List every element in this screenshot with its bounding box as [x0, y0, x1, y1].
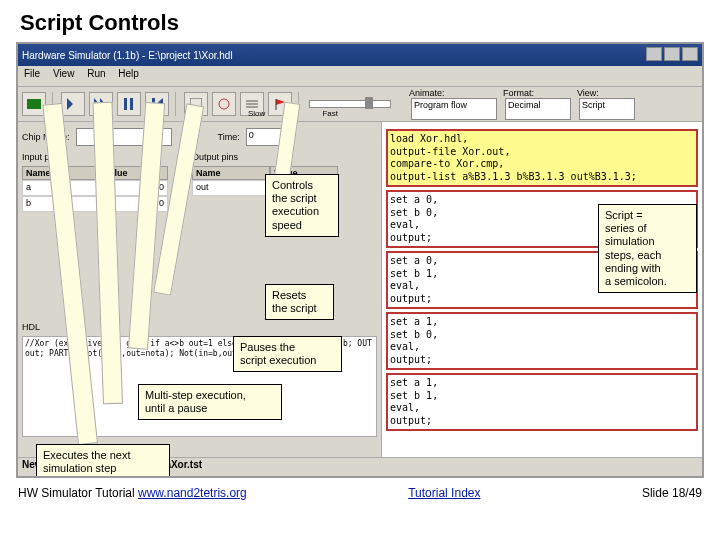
- callout-reset: Resets the script: [265, 284, 334, 320]
- clock-button[interactable]: [212, 92, 236, 116]
- pin-out: out: [192, 180, 270, 196]
- svg-point-9: [219, 99, 229, 109]
- format-label: Format:: [503, 88, 573, 98]
- menubar: File View Run Help: [18, 66, 702, 87]
- script-block: set a 1, set b 1, eval, output;: [386, 373, 698, 431]
- menu-run[interactable]: Run: [87, 68, 105, 79]
- script-line: set b 0,: [390, 329, 694, 342]
- window-title: Hardware Simulator (1.1b) - E:\project 1…: [22, 50, 233, 61]
- toolbar: SlowFast Animate: Program flow Format: D…: [18, 87, 702, 122]
- animate-select[interactable]: Program flow: [411, 98, 497, 120]
- script-line: output-list a%B3.1.3 b%B3.1.3 out%B3.1.3…: [390, 171, 694, 184]
- view-label: View:: [577, 88, 637, 98]
- window-controls[interactable]: [644, 47, 698, 63]
- script-line: output-file Xor.out,: [390, 146, 694, 159]
- callout-step: Executes the next simulation step: [36, 444, 170, 478]
- script-pane: load Xor.hdl, output-file Xor.out, compa…: [382, 122, 702, 470]
- slide-title: Script Controls: [20, 10, 704, 36]
- script-header-block: load Xor.hdl, output-file Xor.out, compa…: [386, 129, 698, 187]
- slow-label: Slow: [248, 109, 265, 118]
- titlebar: Hardware Simulator (1.1b) - E:\project 1…: [18, 44, 702, 66]
- script-line: output;: [390, 354, 694, 367]
- speed-slider[interactable]: [309, 100, 391, 108]
- script-line: set a 1,: [390, 377, 694, 390]
- script-line: output;: [390, 293, 694, 306]
- pause-button[interactable]: [117, 92, 141, 116]
- callout-script-def: Script = series of simulation steps, eac…: [598, 204, 697, 293]
- fast-label: Fast: [322, 109, 338, 118]
- script-line: output;: [390, 415, 694, 428]
- callout-multi: Multi-step execution, until a pause: [138, 384, 282, 420]
- script-line: set b 1,: [390, 390, 694, 403]
- callout-pause: Pauses the script execution: [233, 336, 342, 372]
- col-name-out: Name: [192, 166, 270, 180]
- svg-rect-5: [130, 98, 133, 110]
- script-block: set a 1, set b 0, eval, output;: [386, 312, 698, 370]
- script-line: eval,: [390, 341, 694, 354]
- time-field: 0: [246, 128, 282, 146]
- output-pins-label: Output pins: [192, 152, 342, 162]
- svg-rect-4: [124, 98, 127, 110]
- script-line: set a 1,: [390, 316, 694, 329]
- svg-marker-1: [67, 98, 73, 110]
- step-button[interactable]: [61, 92, 85, 116]
- footer-center-link[interactable]: Tutorial Index: [408, 486, 480, 500]
- menu-help[interactable]: Help: [118, 68, 139, 79]
- footer-right: Slide 18/49: [642, 486, 702, 500]
- footer-left-prefix: HW Simulator Tutorial: [18, 486, 138, 500]
- script-line: eval,: [390, 402, 694, 415]
- script-line: load Xor.hdl,: [390, 133, 694, 146]
- time-label: Time:: [218, 132, 240, 142]
- footer-left-link[interactable]: www.nand2tetris.org: [138, 486, 247, 500]
- format-select[interactable]: Decimal: [505, 98, 571, 120]
- menu-view[interactable]: View: [53, 68, 75, 79]
- slide-footer: HW Simulator Tutorial www.nand2tetris.or…: [16, 486, 704, 500]
- script-line: compare-to Xor.cmp,: [390, 158, 694, 171]
- svg-rect-0: [27, 99, 41, 109]
- view-select[interactable]: Script: [579, 98, 635, 120]
- callout-speed: Controls the script execution speed: [265, 174, 339, 237]
- app-window: Hardware Simulator (1.1b) - E:\project 1…: [16, 42, 704, 478]
- animate-label: Animate:: [409, 88, 499, 98]
- menu-file[interactable]: File: [24, 68, 40, 79]
